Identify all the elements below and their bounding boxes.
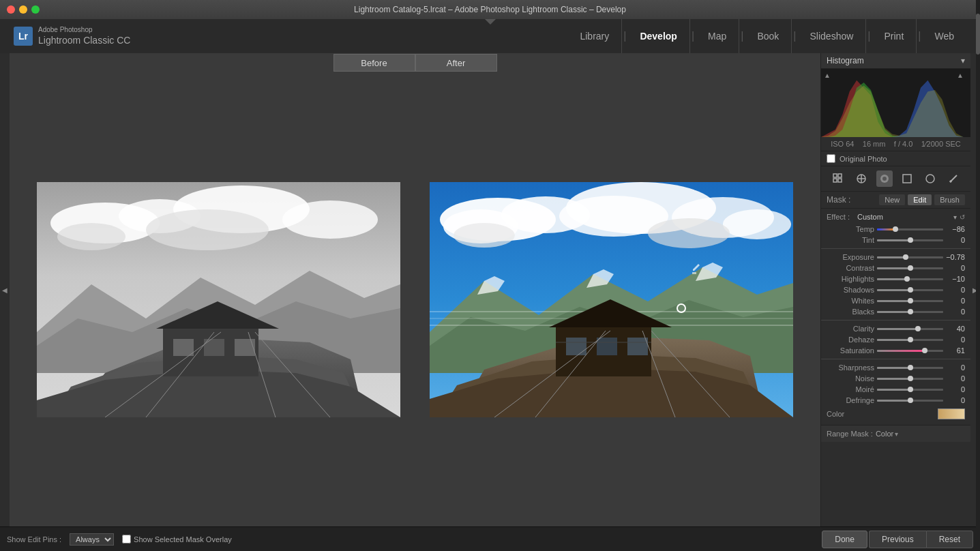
left-panel-toggle[interactable]: ◀ <box>0 53 10 526</box>
previous-button[interactable]: Previous <box>869 531 926 548</box>
adj-blacks-row: Blacks 0 <box>821 306 970 317</box>
original-photo-checkbox[interactable] <box>827 154 835 163</box>
maximize-button[interactable] <box>31 5 40 14</box>
nav-book[interactable]: Book <box>745 19 792 53</box>
mask-edit-btn[interactable]: Edit <box>908 194 932 205</box>
before-tab[interactable]: Before <box>333 54 415 72</box>
adj-shadows-slider[interactable] <box>877 285 943 295</box>
adj-highlights-value: −10 <box>946 275 965 283</box>
svg-rect-46 <box>627 338 648 355</box>
adj-noise-slider[interactable] <box>877 374 943 383</box>
svg-point-6 <box>146 209 269 250</box>
mask-brush-btn[interactable]: Brush <box>934 194 965 205</box>
after-photo-container[interactable] <box>430 182 793 417</box>
done-button[interactable]: Done <box>822 531 867 548</box>
adj-defringe-slider[interactable] <box>877 396 943 405</box>
nav-map[interactable]: Map <box>696 19 739 53</box>
adj-contrast-value: 0 <box>946 264 965 272</box>
adj-saturation-value: 61 <box>946 346 965 355</box>
histogram-dropdown-icon[interactable]: ▾ <box>961 56 965 65</box>
adj-sharpness-slider[interactable] <box>877 363 943 372</box>
effect-label: Effect : <box>827 213 857 221</box>
effect-value[interactable]: Custom <box>857 213 953 221</box>
adj-exposure-slider[interactable] <box>877 252 943 262</box>
color-label: Color <box>827 410 932 418</box>
adj-whites-row: Whites 0 <box>821 295 970 306</box>
adj-temp-slider[interactable] <box>877 224 943 234</box>
range-mask-value[interactable]: Color <box>876 430 893 438</box>
adj-tint-slider[interactable] <box>877 235 943 245</box>
mask-pin[interactable] <box>677 303 686 313</box>
spot-removal-icon[interactable] <box>876 170 893 187</box>
mask-buttons: New Edit Brush <box>879 194 965 205</box>
reset-button[interactable]: Reset <box>926 531 973 548</box>
overlay-label[interactable]: Show Selected Mask Overlay <box>134 535 232 543</box>
adj-highlights-slider[interactable] <box>877 274 943 284</box>
adj-sharpness-value: 0 <box>946 363 965 372</box>
adj-clarity-value: 40 <box>946 325 965 333</box>
adj-dehaze-value: 0 <box>946 336 965 344</box>
right-panel: Histogram ▾ ▲ ▲ <box>820 53 970 526</box>
mask-row: Mask : New Edit Brush <box>827 194 965 205</box>
histogram-svg <box>821 69 970 137</box>
adj-moire-value: 0 <box>946 385 965 393</box>
show-pins-select[interactable]: Always Auto Never <box>70 533 114 546</box>
svg-rect-44 <box>566 338 586 355</box>
images-area <box>10 72 820 526</box>
adj-contrast-slider[interactable] <box>877 263 943 273</box>
adj-dehaze-slider[interactable] <box>877 335 943 344</box>
effect-dropdown-icon[interactable]: ▾ <box>953 213 957 221</box>
adj-sharpness-label: Sharpness <box>827 363 874 372</box>
svg-rect-16 <box>235 339 255 356</box>
crop-tool-icon[interactable] <box>853 170 870 187</box>
adj-moire-row: Moiré 0 <box>821 384 970 395</box>
after-tab[interactable]: After <box>415 54 497 72</box>
adj-whites-slider[interactable] <box>877 296 943 306</box>
adj-temp-value: −86 <box>946 225 965 233</box>
histogram-header: Histogram ▾ <box>821 53 970 69</box>
adj-blacks-slider[interactable] <box>877 307 943 316</box>
minimize-button[interactable] <box>19 5 27 14</box>
traffic-lights[interactable] <box>7 5 40 14</box>
effect-reset-icon[interactable]: ↺ <box>960 213 965 221</box>
close-button[interactable] <box>7 5 15 14</box>
original-photo-label[interactable]: Original Photo <box>840 155 887 163</box>
hist-corner-tr[interactable]: ▲ <box>957 72 964 79</box>
color-swatch[interactable] <box>938 408 965 419</box>
adj-saturation-slider[interactable] <box>877 346 943 355</box>
grid-tool-icon[interactable] <box>830 170 846 187</box>
prev-reset-group: Previous Reset <box>869 531 973 548</box>
hist-corner-tl[interactable]: ▲ <box>824 72 831 79</box>
range-mask-label: Range Mask : <box>827 430 873 438</box>
nav-library[interactable]: Library <box>567 19 622 53</box>
adj-blacks-label: Blacks <box>827 308 874 316</box>
adj-exposure-value: −0.78 <box>946 253 965 261</box>
nav-links: Library | Develop | Map | Book | Slidesh… <box>567 19 966 53</box>
redeye-tool-icon[interactable] <box>899 170 915 187</box>
nav-slideshow[interactable]: Slideshow <box>798 19 867 53</box>
nav-develop[interactable]: Develop <box>627 19 689 53</box>
overlay-checkbox[interactable] <box>122 535 131 543</box>
nav-print[interactable]: Print <box>872 19 917 53</box>
before-panel <box>23 79 414 520</box>
adj-saturation-label: Saturation <box>827 346 874 355</box>
mask-new-btn[interactable]: New <box>879 194 905 205</box>
adj-defringe-label: Defringe <box>827 396 874 404</box>
bottom-bar: Show Edit Pins : Always Auto Never Show … <box>0 526 980 551</box>
graduated-filter-icon[interactable] <box>922 170 938 187</box>
adj-temp-label: Temp <box>827 225 874 233</box>
adj-whites-label: Whites <box>827 297 874 305</box>
nav-web[interactable]: Web <box>922 19 966 53</box>
adj-defringe-value: 0 <box>946 396 965 404</box>
adjustments-section: Effect : Custom ▾ ↺ Temp −86 Tint <box>821 209 970 425</box>
range-mask-row: Range Mask : Color ▾ <box>821 425 970 442</box>
adjustment-brush-icon[interactable] <box>945 170 962 187</box>
adj-blacks-value: 0 <box>946 308 965 316</box>
adj-moire-slider[interactable] <box>877 385 943 394</box>
adj-dehaze-row: Dehaze 0 <box>821 334 970 345</box>
adj-contrast-label: Contrast <box>827 264 874 272</box>
range-mask-dropdown-icon[interactable]: ▾ <box>895 430 898 438</box>
before-photo-container[interactable] <box>37 182 400 417</box>
adj-defringe-row: Defringe 0 <box>821 395 970 406</box>
adj-clarity-slider[interactable] <box>877 324 943 333</box>
